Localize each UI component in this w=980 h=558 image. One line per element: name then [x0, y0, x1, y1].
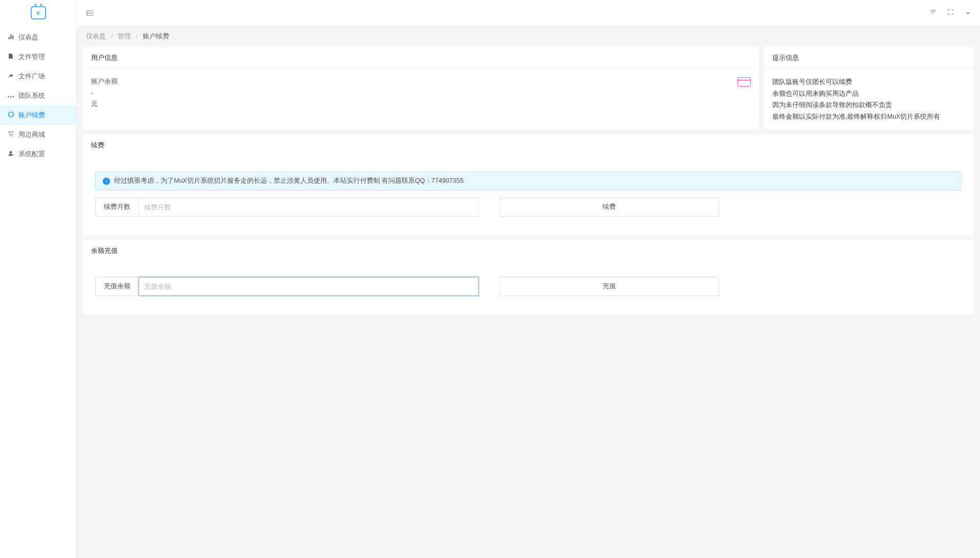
cart-icon — [7, 131, 14, 139]
sidebar: e 仪表盘 文件管理 文件广场 — [0, 0, 77, 558]
svg-point-5 — [12, 136, 13, 137]
balance-info: 账户余额 - 元 — [91, 76, 118, 109]
credit-card-icon — [738, 77, 751, 87]
section-title: 续费 — [83, 135, 974, 156]
breadcrumb: 仪表盘 / 管理 / 账户续费 — [77, 26, 980, 47]
sidebar-item-renew[interactable]: 账户续费 — [0, 105, 76, 125]
tips-line: 因为未仔细阅读条款导致的扣款概不负责 — [772, 99, 966, 111]
renew-months-label: 续费月数 — [95, 198, 139, 217]
svg-point-3 — [8, 112, 13, 117]
svg-point-0 — [8, 96, 9, 98]
sidebar-item-dashboard[interactable]: 仪表盘 — [0, 28, 76, 47]
breadcrumb-item[interactable]: 仪表盘 — [86, 32, 106, 40]
dropdown-icon[interactable] — [965, 9, 971, 17]
dashboard-icon — [7, 33, 14, 41]
svg-point-4 — [10, 136, 11, 137]
panel-title: 用户信息 — [83, 47, 759, 69]
sidebar-item-shop[interactable]: 周边商城 — [0, 125, 76, 144]
sidebar-item-settings[interactable]: 系统配置 — [0, 144, 76, 164]
breadcrumb-item[interactable]: 管理 — [118, 32, 131, 40]
ellipsis-icon — [7, 92, 14, 99]
sidebar-item-label: 文件广场 — [18, 72, 45, 81]
logo[interactable]: e — [0, 0, 76, 26]
sync-icon — [7, 111, 14, 119]
info-icon: i — [103, 178, 110, 185]
breadcrumb-current: 账户续费 — [143, 32, 169, 40]
sidebar-item-label: 仪表盘 — [18, 33, 38, 42]
sidebar-item-label: 文件管理 — [18, 52, 45, 61]
recharge-amount-label: 充值余额 — [95, 277, 139, 296]
sidebar-item-label: 团队系统 — [18, 91, 45, 100]
recharge-section: 余额充值 充值余额 充值 — [83, 240, 974, 314]
sidebar-item-square[interactable]: 文件广场 — [0, 67, 76, 86]
file-icon — [7, 53, 14, 61]
info-alert: i 经过慎重考虑，为了MuX切片系统切片服务走的长远，禁止涉黄人员使用。本站实行… — [95, 171, 962, 190]
menu-toggle-icon[interactable] — [86, 10, 94, 16]
renew-submit-button[interactable]: 续费 — [499, 198, 719, 217]
balance-label: 账户余额 — [91, 76, 118, 87]
tips-panel: 提示信息 团队版账号仅团长可以续费 余额也可以用来购买周边产品 因为未仔细阅读条… — [764, 47, 974, 130]
balance-unit: 元 — [91, 99, 118, 110]
renew-months-input[interactable] — [139, 198, 479, 217]
user-info-panel: 用户信息 账户余额 - 元 — [83, 47, 759, 130]
sidebar-item-files[interactable]: 文件管理 — [0, 47, 76, 67]
nav-menu: 仪表盘 文件管理 文件广场 团队系统 — [0, 26, 76, 164]
svg-point-1 — [10, 96, 12, 98]
recharge-amount-input[interactable] — [139, 277, 479, 296]
panel-title: 提示信息 — [764, 47, 974, 69]
fullscreen-icon[interactable] — [947, 9, 954, 17]
sidebar-item-label: 系统配置 — [18, 149, 45, 159]
sidebar-item-team[interactable]: 团队系统 — [0, 86, 76, 105]
share-icon — [7, 73, 14, 80]
section-title: 余额充值 — [83, 240, 974, 262]
recharge-submit-button[interactable]: 充值 — [499, 277, 719, 296]
balance-value: - — [91, 88, 118, 99]
tips-line: 团队版账号仅团长可以续费 — [772, 76, 966, 88]
user-icon — [7, 150, 14, 158]
sidebar-item-label: 账户续费 — [18, 111, 45, 120]
alert-text: 经过慎重考虑，为了MuX切片系统切片服务走的长远，禁止涉黄人员使用。本站实行付费… — [114, 177, 463, 185]
refresh-icon[interactable] — [929, 9, 936, 17]
tips-line: 最终金额以实际付款为准,最终解释权归MuX切片系统所有 — [772, 111, 966, 123]
topbar — [77, 0, 980, 26]
tips-line: 余额也可以用来购买周边产品 — [772, 88, 966, 100]
sidebar-item-label: 周边商城 — [18, 130, 45, 139]
svg-point-6 — [10, 151, 12, 154]
svg-point-2 — [13, 96, 14, 98]
renew-section: 续费 i 经过慎重考虑，为了MuX切片系统切片服务走的长远，禁止涉黄人员使用。本… — [83, 135, 974, 235]
